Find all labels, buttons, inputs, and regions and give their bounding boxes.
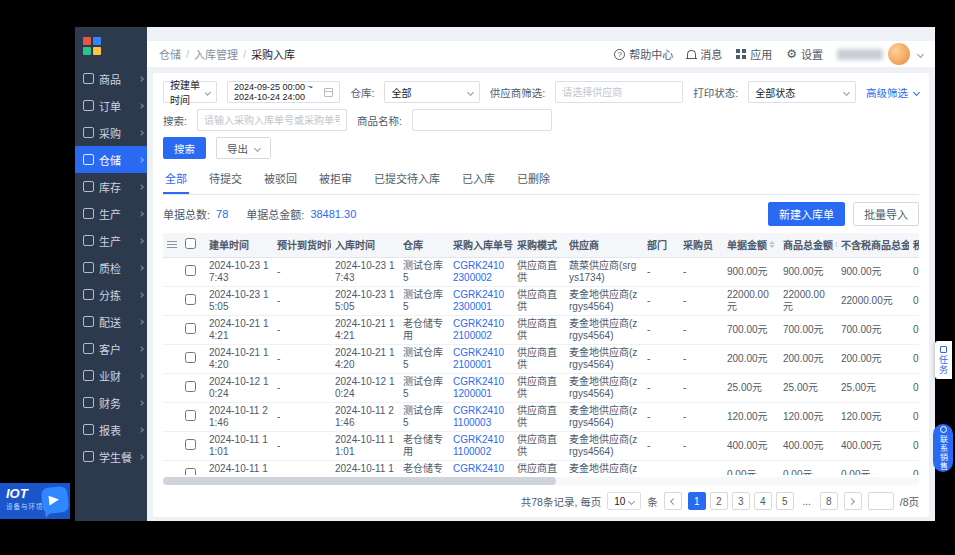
column-header[interactable]: 不含税商品总金额	[837, 233, 909, 257]
page-size-select[interactable]: 10	[607, 492, 641, 510]
sidebar-item-label: 商品	[99, 71, 139, 87]
status-tab[interactable]: 被驳回	[262, 167, 299, 194]
column-header[interactable]: 采购模式	[513, 233, 565, 257]
sidebar-item-6[interactable]: 生产	[75, 227, 147, 254]
purchase-mode-cell: 供应商直供	[513, 315, 565, 344]
date-range-input[interactable]: 2024-09-25 00:00 ~ 2024-10-24 24:00	[227, 81, 340, 103]
department-cell: -	[643, 286, 679, 315]
order-number-link[interactable]: CGRK24102100002	[453, 318, 504, 341]
row-checkbox[interactable]	[185, 439, 196, 450]
buyer-cell: -	[679, 286, 723, 315]
sidebar-item-10[interactable]: 客户	[75, 335, 147, 362]
order-number-link[interactable]: CGRK24101200001	[453, 376, 504, 399]
column-header[interactable]: 商品总金额	[779, 233, 837, 257]
order-number-link[interactable]: CGRK24102300001	[453, 289, 504, 312]
sidebar-item-7[interactable]: 质检	[75, 254, 147, 281]
column-header[interactable]: 预计到货时间	[273, 233, 331, 257]
order-number-link[interactable]: CGRK24101100003	[453, 405, 504, 428]
status-tab[interactable]: 待提交	[207, 167, 244, 194]
chevron-down-icon	[254, 144, 261, 151]
sidebar-item-1[interactable]: 订单	[75, 92, 147, 119]
order-number-link[interactable]: CGRK24102300002	[453, 260, 504, 283]
sidebar-item-2[interactable]: 采购	[75, 119, 147, 146]
export-button[interactable]: 导出	[216, 137, 271, 159]
page-jump-input[interactable]	[868, 492, 894, 510]
order-number-link[interactable]: CGRK24101100002	[453, 434, 504, 457]
settings-button[interactable]: ⚙ 设置	[786, 46, 823, 62]
column-header[interactable]: 采购入库单号	[449, 233, 513, 257]
prev-page-button[interactable]	[664, 492, 682, 510]
status-tab[interactable]: 全部	[163, 167, 189, 194]
page-button[interactable]: 1	[688, 492, 706, 510]
breadcrumb-item[interactable]: 仓储	[159, 46, 181, 62]
next-page-button[interactable]	[844, 492, 862, 510]
purchase-mode-cell: 供应商直供	[513, 402, 565, 431]
sidebar-item-5[interactable]: 生产	[75, 200, 147, 227]
row-checkbox[interactable]	[185, 410, 196, 421]
row-checkbox[interactable]	[185, 352, 196, 363]
select-all-checkbox[interactable]	[185, 238, 196, 249]
column-header[interactable]: 部门	[643, 233, 679, 257]
status-tab[interactable]: 已提交待入库	[372, 167, 442, 194]
batch-import-button[interactable]: 批量导入	[853, 202, 919, 226]
sidebar-item-8[interactable]: 分拣	[75, 281, 147, 308]
gear-icon: ⚙	[786, 48, 797, 60]
column-header[interactable]: 入库时间	[331, 233, 399, 257]
page-button[interactable]: 4	[754, 492, 772, 510]
apps-button[interactable]: 应用	[736, 46, 772, 62]
sidebar-item-12[interactable]: 财务	[75, 389, 147, 416]
time-type-select[interactable]: 按建单时间	[163, 81, 217, 103]
column-header[interactable]: 采购员	[679, 233, 723, 257]
status-tab[interactable]: 被拒审	[317, 167, 354, 194]
order-number-link[interactable]: CGRK24101100001	[453, 463, 504, 476]
row-checkbox[interactable]	[185, 294, 196, 305]
column-settings-header[interactable]	[163, 233, 181, 257]
user-menu[interactable]	[837, 43, 923, 65]
supplier-select[interactable]	[555, 81, 683, 103]
sidebar-item-label: 报表	[99, 422, 139, 438]
breadcrumb-item[interactable]: 入库管理	[194, 46, 238, 62]
status-tab[interactable]: 已入库	[460, 167, 497, 194]
page-button[interactable]: 2	[710, 492, 728, 510]
row-checkbox[interactable]	[185, 468, 196, 476]
sort-icon[interactable]	[769, 241, 775, 248]
export-label: 导出	[227, 141, 248, 156]
tax-amount-cell: 0.00元	[909, 257, 919, 286]
order-number-search-input[interactable]	[197, 109, 347, 131]
column-header[interactable]: 供应商	[565, 233, 643, 257]
sidebar-item-11[interactable]: 业财	[75, 362, 147, 389]
department-cell: -	[643, 315, 679, 344]
column-header[interactable]: 建单时间	[205, 233, 273, 257]
contact-sales-button[interactable]: 联系销售	[933, 424, 953, 472]
sort-icon[interactable]	[835, 241, 837, 248]
sidebar-item-3[interactable]: 仓储	[75, 146, 147, 173]
product-name-input[interactable]	[412, 109, 552, 131]
messages-button[interactable]: 消息	[687, 46, 722, 62]
chat-bubble-logo-icon	[41, 486, 70, 515]
scrollbar-thumb[interactable]	[163, 477, 556, 485]
row-checkbox[interactable]	[185, 265, 196, 276]
order-number-link[interactable]: CGRK24102100001	[453, 347, 504, 370]
page-button[interactable]: 8	[820, 492, 838, 510]
task-panel-button[interactable]: 任务	[935, 341, 952, 379]
column-header[interactable]: 税额	[909, 233, 919, 257]
row-checkbox[interactable]	[185, 381, 196, 392]
sidebar-item-4[interactable]: 库存	[75, 173, 147, 200]
sidebar-item-9[interactable]: 配送	[75, 308, 147, 335]
page-button[interactable]: 3	[732, 492, 750, 510]
column-header[interactable]: 单据金额	[723, 233, 779, 257]
sidebar-item-13[interactable]: 报表	[75, 416, 147, 443]
row-checkbox[interactable]	[185, 323, 196, 334]
sidebar-item-0[interactable]: 商品	[75, 65, 147, 92]
advanced-filter-link[interactable]: 高级筛选	[866, 85, 919, 100]
create-inbound-button[interactable]: 新建入库单	[768, 202, 845, 226]
print-status-select[interactable]: 全部状态	[748, 81, 856, 103]
help-center-button[interactable]: ? 帮助中心	[614, 46, 673, 62]
warehouse-select[interactable]: 全部	[384, 81, 479, 103]
sidebar-item-14[interactable]: 学生餐	[75, 443, 147, 470]
status-tab[interactable]: 已删除	[515, 167, 552, 194]
page-button[interactable]: 5	[776, 492, 794, 510]
column-header[interactable]: 仓库	[399, 233, 449, 257]
search-button[interactable]: 搜索	[163, 137, 206, 159]
page-button[interactable]: ...	[798, 492, 816, 510]
